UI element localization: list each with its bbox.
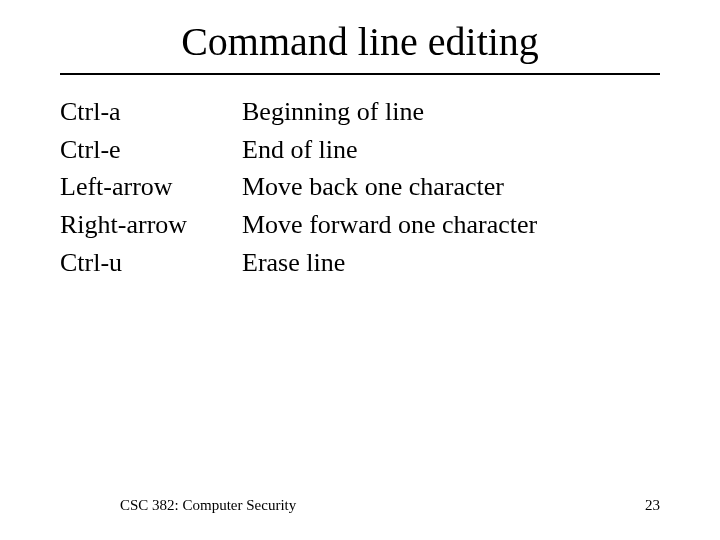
- slide-title: Command line editing: [60, 18, 660, 65]
- desc-cell: End of line: [242, 131, 660, 169]
- keys-column: Ctrl-a Ctrl-e Left-arrow Right-arrow Ctr…: [60, 93, 242, 281]
- key-cell: Ctrl-u: [60, 244, 242, 282]
- footer: CSC 382: Computer Security 23: [0, 497, 720, 514]
- title-divider: [60, 73, 660, 75]
- descriptions-column: Beginning of line End of line Move back …: [242, 93, 660, 281]
- slide: Command line editing Ctrl-a Ctrl-e Left-…: [0, 0, 720, 540]
- key-cell: Right-arrow: [60, 206, 242, 244]
- footer-page: 23: [645, 497, 660, 514]
- key-cell: Left-arrow: [60, 168, 242, 206]
- key-cell: Ctrl-a: [60, 93, 242, 131]
- content-table: Ctrl-a Ctrl-e Left-arrow Right-arrow Ctr…: [60, 93, 660, 281]
- desc-cell: Erase line: [242, 244, 660, 282]
- footer-course: CSC 382: Computer Security: [120, 497, 296, 514]
- desc-cell: Beginning of line: [242, 93, 660, 131]
- desc-cell: Move forward one character: [242, 206, 660, 244]
- key-cell: Ctrl-e: [60, 131, 242, 169]
- desc-cell: Move back one character: [242, 168, 660, 206]
